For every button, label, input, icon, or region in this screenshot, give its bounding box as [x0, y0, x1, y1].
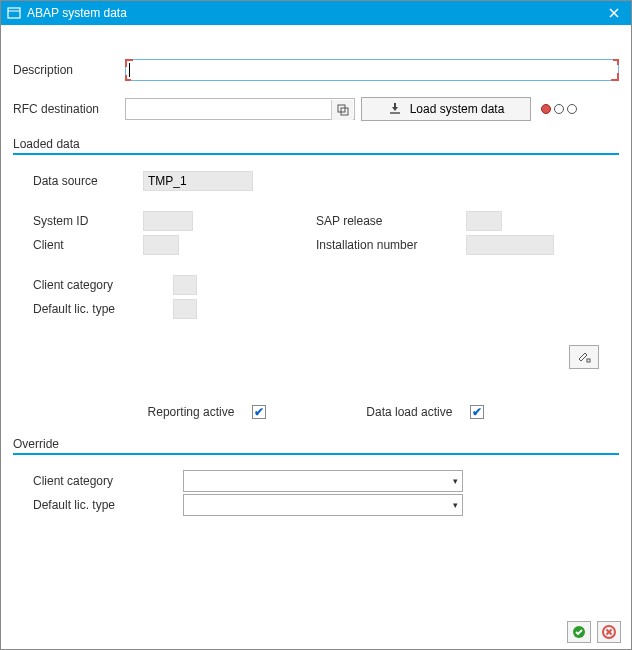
client-category-value: [173, 275, 197, 295]
data-load-active-checkbox[interactable]: ✔: [470, 405, 484, 419]
data-load-active-label: Data load active: [366, 405, 452, 419]
description-label: Description: [13, 63, 125, 77]
settings-button[interactable]: [569, 345, 599, 369]
override-default-lic-select[interactable]: ▾: [183, 494, 463, 516]
title-bar: ABAP system data: [1, 1, 631, 25]
status-lights: [541, 104, 577, 114]
system-id-label: System ID: [33, 214, 143, 228]
dialog-window: ABAP system data Description RFC destina…: [0, 0, 632, 650]
system-id-value: [143, 211, 193, 231]
f4-help-button[interactable]: [331, 100, 353, 120]
override-default-lic-label: Default lic. type: [33, 498, 183, 512]
window-icon: [7, 6, 21, 20]
svg-rect-7: [587, 359, 590, 362]
status-light-off: [554, 104, 564, 114]
data-source-value: TMP_1: [143, 171, 253, 191]
status-light-off: [567, 104, 577, 114]
client-label: Client: [33, 238, 143, 252]
override-client-category-label: Client category: [33, 474, 183, 488]
client-value: [143, 235, 179, 255]
install-no-value: [466, 235, 554, 255]
status-light-red: [541, 104, 551, 114]
download-icon: [388, 102, 402, 117]
chevron-down-icon: ▾: [453, 476, 458, 486]
sap-release-value: [466, 211, 502, 231]
sap-release-label: SAP release: [316, 214, 466, 228]
override-client-category-select[interactable]: ▾: [183, 470, 463, 492]
load-system-data-button[interactable]: Load system data: [361, 97, 531, 121]
install-no-label: Installation number: [316, 238, 466, 252]
rfc-destination-input[interactable]: [125, 98, 355, 120]
loaded-data-section-title: Loaded data: [13, 137, 619, 155]
default-lic-type-label: Default lic. type: [33, 302, 173, 316]
rfc-destination-label: RFC destination: [13, 102, 125, 116]
load-button-label: Load system data: [410, 102, 505, 116]
data-source-label: Data source: [33, 174, 143, 188]
cancel-button[interactable]: [597, 621, 621, 643]
svg-rect-0: [8, 8, 20, 18]
close-button[interactable]: [603, 3, 625, 23]
client-category-label: Client category: [33, 278, 173, 292]
reporting-active-label: Reporting active: [148, 405, 235, 419]
chevron-down-icon: ▾: [453, 500, 458, 510]
ok-button[interactable]: [567, 621, 591, 643]
window-title: ABAP system data: [27, 6, 603, 20]
reporting-active-checkbox[interactable]: ✔: [252, 405, 266, 419]
override-section-title: Override: [13, 437, 619, 455]
default-lic-type-value: [173, 299, 197, 319]
description-input[interactable]: [125, 59, 619, 81]
